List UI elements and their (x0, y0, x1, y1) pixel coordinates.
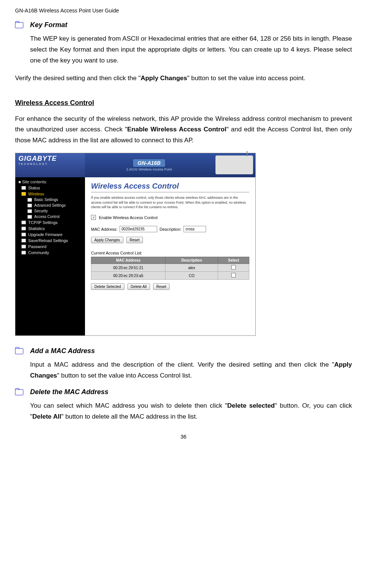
ss-logo: GIGABYTE (18, 155, 82, 163)
ss-model-sub: 2.4GHz Wireless Access Point (126, 168, 172, 171)
mac-label: MAC Address: (91, 227, 117, 232)
apply-changes-button[interactable]: Apply Changes (91, 237, 123, 243)
page-number: 36 (15, 434, 352, 440)
delete-mac-post: " button to delete all the MAC address i… (61, 413, 197, 420)
desc-input[interactable] (184, 226, 206, 232)
nav-upgrade[interactable]: Upgrade Firmware (17, 232, 83, 238)
wireless-desc: For enhance the security of the wireless… (15, 114, 352, 146)
table-header-row: MAC Address Description Select (91, 257, 249, 264)
page-icon (21, 239, 26, 242)
nav-advanced[interactable]: Advanced Settings (17, 203, 83, 208)
th-mac: MAC Address (91, 257, 165, 264)
delete-selected-button[interactable]: Delete Selected (91, 283, 124, 290)
key-format-title: Key Format (30, 21, 67, 29)
wireless-heading: Wireless Access Control (15, 99, 352, 107)
page-icon (27, 198, 32, 202)
router-icon (215, 155, 253, 174)
nav-wireless-label: Wireless (28, 192, 44, 196)
page-icon (21, 186, 26, 190)
nav-security-label: Security (34, 209, 48, 213)
mac-input[interactable] (120, 226, 157, 232)
ss-header: GIGABYTE TECHNOLOGY GN-A16B 2.4GHz Wirel… (15, 153, 255, 177)
add-mac-title: Add a MAC Address (30, 347, 95, 355)
reset-button[interactable]: Reset (126, 237, 143, 243)
page-icon (21, 245, 26, 248)
cell-desc: CO (165, 272, 218, 280)
nav-wireless[interactable]: Wireless (17, 191, 83, 197)
cell-mac: 00:20:ec:29:23:a5 (91, 272, 165, 280)
nav-access-control[interactable]: Access Control (17, 214, 83, 219)
access-control-table: MAC Address Description Select 00:20:ec:… (91, 257, 249, 280)
th-desc: Description (165, 257, 218, 264)
enable-checkbox[interactable]: ✓ (91, 215, 96, 220)
nav-stats-label: Statistics (28, 226, 45, 231)
verify-post: " button to set the value into access po… (187, 75, 305, 82)
delete-mac-pre: You can select which MAC address you wis… (30, 402, 227, 409)
delete-mac-body: You can select which MAC address you wis… (30, 401, 352, 422)
row-checkbox[interactable] (231, 273, 236, 277)
config-screenshot: GIGABYTE TECHNOLOGY GN-A16B 2.4GHz Wirel… (15, 153, 256, 336)
delete-mac-section: Delete the MAC Address (15, 388, 352, 396)
ss-logo-sub: TECHNOLOGY (18, 163, 82, 165)
nav-tcpip[interactable]: TCP/IP Settings (17, 219, 83, 225)
ss-main: Wireless Access Control If you enable wi… (85, 177, 255, 335)
nav-basic[interactable]: Basic Settings (17, 197, 83, 203)
table-row: 00:20:ec:29:51:21 alex (91, 264, 249, 272)
table-button-row: Delete Selected Delete All Reset (91, 283, 249, 290)
form-button-row: Apply Changes Reset (91, 237, 249, 243)
nav-save-reload[interactable]: Save/Reload Settings (17, 238, 83, 244)
ss-sidebar-title: ■ Site contents: (17, 179, 83, 185)
enable-checkbox-label: Enable Wireless Access Control (99, 215, 158, 220)
page-icon (21, 233, 26, 236)
delete-mac-bold2: Delete All (32, 413, 61, 420)
key-format-section: Key Format (15, 21, 352, 29)
ss-body: ■ Site contents: Status Wireless Basic S… (15, 177, 255, 335)
nav-password[interactable]: Password (17, 244, 83, 250)
delete-all-button[interactable]: Delete All (127, 283, 150, 290)
page-icon (27, 204, 32, 207)
add-mac-post: " button to set the value into Access Co… (57, 372, 192, 379)
nav-advanced-label: Advanced Settings (34, 203, 65, 207)
cell-select (218, 272, 249, 280)
folder-icon (15, 348, 23, 354)
ss-model-area: GN-A16B 2.4GHz Wireless Access Point (85, 153, 213, 177)
document-header: GN-A16B Wireless Access Point User Guide (15, 8, 352, 14)
page-icon (21, 221, 26, 224)
table-title: Current Access Control List: (91, 251, 249, 255)
ss-main-title: Wireless Access Control (91, 182, 249, 190)
nav-security[interactable]: Security (17, 208, 83, 214)
cell-mac: 00:20:ec:29:51:21 (91, 264, 165, 272)
page-icon (21, 227, 26, 230)
folder-icon (15, 389, 23, 395)
verify-text: Verify the desired setting and then clic… (15, 73, 352, 84)
nav-statistics[interactable]: Statistics (17, 225, 83, 232)
divider (91, 192, 249, 192)
verify-bold: Apply Changes (141, 75, 187, 82)
delete-mac-bold1: Delete selected (227, 402, 274, 409)
ss-logo-area: GIGABYTE TECHNOLOGY (15, 153, 85, 177)
ss-model-badge: GN-A16B (133, 159, 165, 167)
nav-access-label: Access Control (34, 215, 59, 219)
nav-tcpip-label: TCP/IP Settings (28, 220, 58, 225)
nav-community[interactable]: Community (17, 250, 83, 256)
cell-desc: alex (165, 264, 218, 272)
reset-table-button[interactable]: Reset (153, 283, 170, 290)
page-icon (21, 251, 26, 254)
wireless-desc-b1: Enable Wireless Access Control (127, 126, 226, 133)
nav-status-label: Status (28, 186, 40, 190)
ss-desc: If you enable wireless access control, o… (91, 195, 249, 210)
key-format-body: The WEP key is generated from ASCII or H… (30, 34, 352, 66)
nav-save-label: Save/Reload Settings (28, 238, 68, 243)
nav-basic-label: Basic Settings (34, 198, 58, 202)
nav-password-label: Password (28, 244, 46, 249)
add-mac-body: Input a MAC address and the description … (30, 360, 352, 381)
page-icon (27, 215, 32, 219)
nav-community-label: Community (28, 250, 49, 255)
folder-open-icon (21, 192, 26, 196)
nav-status[interactable]: Status (17, 185, 83, 191)
desc-label: Description: (159, 227, 181, 232)
cell-select (218, 264, 249, 272)
nav-upgrade-label: Upgrade Firmware (28, 232, 62, 237)
row-checkbox[interactable] (231, 265, 236, 270)
th-select: Select (218, 257, 249, 264)
